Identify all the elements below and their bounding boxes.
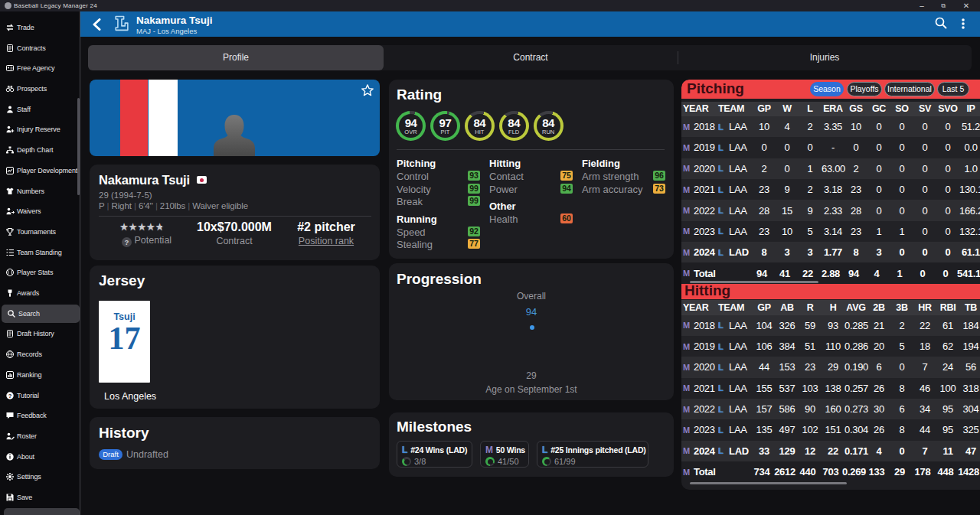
svg-text:?: ? bbox=[8, 392, 12, 399]
